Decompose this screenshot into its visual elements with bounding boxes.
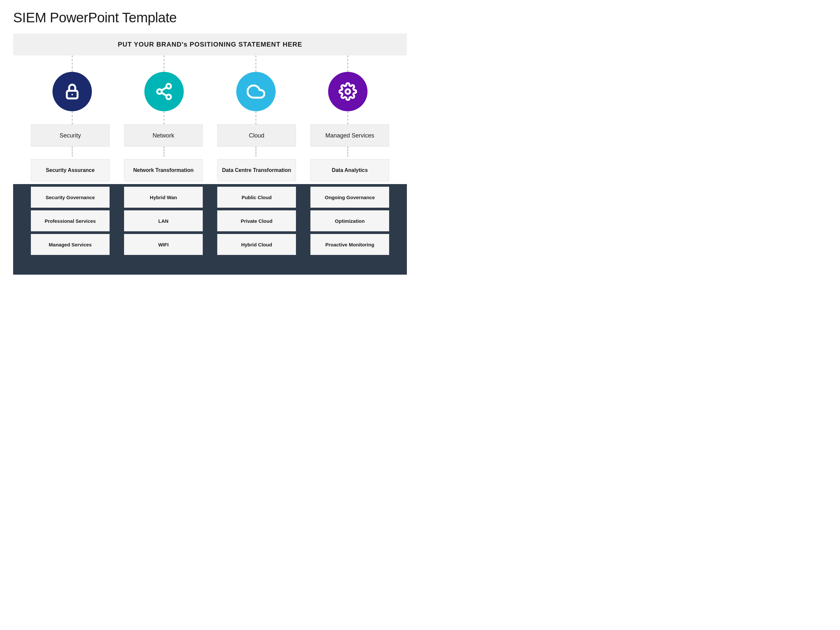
connectors-below	[13, 111, 407, 124]
circle-network	[144, 72, 184, 111]
circle-cloud	[236, 72, 276, 111]
column-cloud	[216, 72, 295, 111]
lock-icon	[63, 82, 81, 101]
category-network: Network	[124, 124, 203, 147]
category-cloud: Cloud	[217, 124, 296, 147]
item-managed-1: Ongoing Governance	[310, 187, 389, 208]
banner-text: PUT YOUR BRAND's POSITIONING STATEMENT H…	[118, 41, 302, 48]
connector-2	[125, 55, 204, 72]
item-network-1: Hybrid Wan	[124, 187, 203, 208]
cloud-icon	[247, 82, 265, 101]
subcategory-cloud: Data Centre Transformation	[217, 159, 296, 182]
connector-1	[33, 55, 112, 72]
column-network	[125, 72, 204, 111]
connectors-mid	[13, 147, 407, 156]
item-managed-3: Proactive Monitoring	[310, 234, 389, 255]
dark-col-managed: Ongoing Governance Optimization Proactiv…	[310, 184, 389, 255]
item-network-3: WIFI	[124, 234, 203, 255]
svg-point-7	[346, 89, 350, 94]
category-managed: Managed Services	[310, 124, 389, 147]
gear-icon	[339, 82, 357, 101]
item-security-2: Professional Services	[31, 210, 110, 231]
item-security-1: Security Governance	[31, 187, 110, 208]
category-security: Security	[31, 124, 110, 147]
circle-security	[52, 72, 92, 111]
column-managed	[308, 72, 387, 111]
item-cloud-1: Public Cloud	[217, 187, 296, 208]
item-cloud-3: Hybrid Cloud	[217, 234, 296, 255]
svg-point-1	[71, 94, 73, 95]
share-icon	[155, 82, 173, 101]
circle-managed	[328, 72, 368, 111]
dark-col-security: Security Governance Professional Service…	[31, 184, 110, 255]
subcategory-network: Network Transformation	[124, 159, 203, 182]
banner: PUT YOUR BRAND's POSITIONING STATEMENT H…	[13, 33, 407, 55]
connector-3	[216, 55, 295, 72]
bottom-strip	[13, 262, 407, 275]
column-security	[33, 72, 112, 111]
connector-4	[308, 55, 387, 72]
item-network-2: LAN	[124, 210, 203, 231]
category-row: Security Network Cloud Managed Services	[13, 124, 407, 147]
svg-line-5	[161, 93, 167, 96]
item-security-3: Managed Services	[31, 234, 110, 255]
dark-col-network: Hybrid Wan LAN WIFI	[124, 184, 203, 255]
circles-row	[13, 72, 407, 111]
dark-col-cloud: Public Cloud Private Cloud Hybrid Cloud	[217, 184, 296, 255]
item-cloud-2: Private Cloud	[217, 210, 296, 231]
page-title: SIEM PowerPoint Template	[13, 10, 407, 25]
page: SIEM PowerPoint Template PUT YOUR BRAND'…	[0, 0, 420, 315]
dark-grid: Security Governance Professional Service…	[26, 184, 394, 255]
svg-line-6	[161, 87, 167, 90]
dark-section: Security Governance Professional Service…	[13, 184, 407, 262]
subcategory-managed: Data Analytics	[310, 159, 389, 182]
item-managed-2: Optimization	[310, 210, 389, 231]
subcategory-row: Security Assurance Network Transformatio…	[13, 156, 407, 182]
subcategory-security: Security Assurance	[31, 159, 110, 182]
